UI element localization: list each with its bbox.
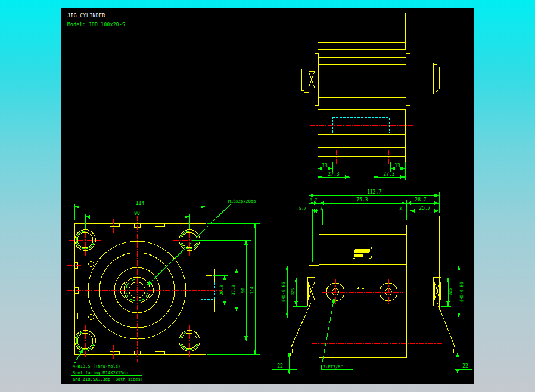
dim-rod-right: Ø25 <box>448 288 453 296</box>
dim-114-right: 114 <box>250 287 254 294</box>
dim-90-right: 90 <box>241 288 245 293</box>
note-line-2: Spot facing M14X2X15dp <box>73 371 128 375</box>
dim-boss-right: Ø45-0.05 <box>459 282 464 302</box>
dim-5-7: 5.7 <box>299 206 307 211</box>
drawing-title: JIG CYLINDER <box>67 13 105 18</box>
dim-37-3: 37.3 <box>231 285 236 295</box>
dim-90-top: 90 <box>134 211 140 216</box>
thread-callout: M16x2px20dp <box>228 199 256 204</box>
dim-75-3: 75.3 <box>356 197 368 203</box>
dim-8-7: 8.7 <box>310 198 318 203</box>
dim-3-left: 3 <box>320 206 322 211</box>
dim-13-left: 13 <box>322 163 328 169</box>
dim-112-7: 112.7 <box>367 189 381 195</box>
note-line-1: 4-Ø13.5 (Thru-hole) <box>73 364 120 369</box>
dim-boss-left: Ø45-0.05 <box>281 282 286 302</box>
dim-22-right: 22 <box>462 363 468 369</box>
drawing-model: Model: JDD 100x20-S <box>67 22 125 27</box>
dim-22-left: 22 <box>277 363 283 369</box>
note-line-3: and Ø18.5X1.3dp (Both sides) <box>73 377 143 382</box>
dim-rod-left: Ø25 <box>291 288 296 296</box>
dim-114-top: 114 <box>136 201 145 206</box>
dim-13-right: 13 <box>394 163 400 169</box>
dim-3-right: 3 <box>399 206 402 211</box>
dim-27-3-right: 27.3 <box>383 172 394 177</box>
dim-25-7: 25.7 <box>419 206 430 211</box>
dim-26-3: 26.3 <box>219 285 224 295</box>
cad-viewport: JIG CYLINDER Model: JDD 100x20-S <box>0 0 535 392</box>
dim-28-7: 28.7 <box>415 197 426 203</box>
dim-27-3-left: 27.3 <box>328 172 339 177</box>
port-callout: 2-PT3/8" <box>323 365 343 369</box>
